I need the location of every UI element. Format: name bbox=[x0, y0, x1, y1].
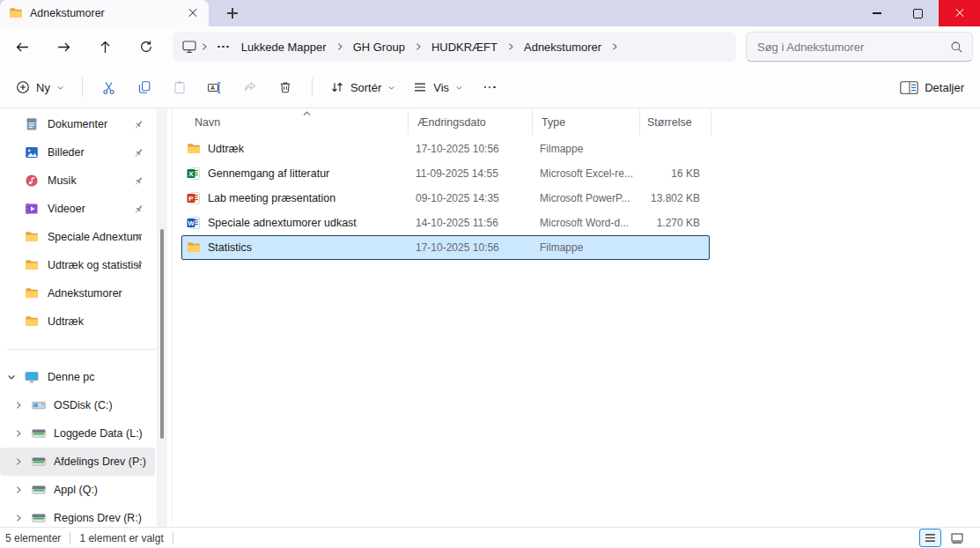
chevron-right-icon bbox=[610, 42, 619, 51]
column-header-type[interactable]: Type bbox=[532, 110, 639, 135]
folder-icon bbox=[9, 6, 23, 20]
cut-button[interactable] bbox=[92, 72, 127, 102]
file-name-cell: PLab meeting præsentation bbox=[182, 191, 407, 205]
tab-close-button[interactable] bbox=[184, 4, 202, 22]
sidebar-item[interactable]: Dokumenter bbox=[0, 110, 155, 138]
expand-chevron[interactable] bbox=[13, 457, 24, 466]
pin-icon bbox=[133, 260, 144, 271]
file-row[interactable]: Udtræk17-10-2025 10:56Filmappe bbox=[181, 137, 710, 161]
refresh-button[interactable] bbox=[131, 32, 161, 62]
column-label: Ændringsdato bbox=[417, 116, 486, 129]
new-tab-button[interactable] bbox=[224, 4, 241, 22]
sidebar-item[interactable]: Udtræk og statistisk bbox=[0, 251, 155, 279]
sort-button[interactable]: Sortér bbox=[321, 72, 404, 102]
rename-button[interactable]: A bbox=[197, 72, 232, 102]
file-row[interactable]: Statistics17-10-2025 10:56Filmappe bbox=[181, 235, 710, 260]
chevron-down-icon[interactable] bbox=[6, 373, 17, 381]
forward-button[interactable] bbox=[48, 32, 78, 62]
sidebar-item[interactable]: Billeder bbox=[0, 138, 155, 167]
sidebar-item-drive[interactable]: OSDisk (C:) bbox=[0, 391, 155, 419]
sidebar-scrollbar[interactable] bbox=[157, 108, 167, 527]
column-label: Størrelse bbox=[647, 116, 692, 129]
column-header-size[interactable]: Størrelse bbox=[639, 110, 711, 135]
network-drive-icon bbox=[32, 483, 46, 497]
pin-icon bbox=[133, 147, 144, 159]
share-button bbox=[232, 72, 268, 102]
column-header-modified[interactable]: Ændringsdato bbox=[408, 110, 532, 135]
file-name: Udtræk bbox=[208, 143, 244, 155]
minimize-button[interactable] bbox=[856, 0, 897, 26]
scrollbar-thumb[interactable] bbox=[160, 229, 164, 439]
expand-chevron[interactable] bbox=[13, 429, 24, 438]
file-name-cell: WSpeciale adnextumorer udkast bbox=[182, 216, 407, 230]
details-pane-icon bbox=[900, 81, 918, 94]
breadcrumb-item[interactable]: HUDKRÆFT bbox=[425, 37, 504, 57]
sidebar-item[interactable]: Speciale Adnextumo bbox=[0, 223, 155, 251]
sidebar-item-label: Udtræk bbox=[48, 315, 84, 328]
tree-chevron-right-icon bbox=[14, 457, 23, 466]
pin-icon bbox=[133, 204, 144, 215]
folder-icon bbox=[187, 241, 201, 255]
sort-arrows-icon bbox=[330, 80, 344, 94]
search-box[interactable] bbox=[746, 32, 973, 62]
this-pc-icon bbox=[25, 370, 39, 384]
drive-label: Afdelings Drev (P:) bbox=[54, 455, 146, 468]
breadcrumb-item[interactable]: GH Group bbox=[347, 37, 411, 57]
sidebar-item-drive[interactable]: Regions Drev (R:) bbox=[0, 504, 155, 527]
file-size: 1.270 KB bbox=[638, 217, 707, 229]
sidebar-item-drive[interactable]: Appl (Q:) bbox=[0, 476, 155, 504]
breadcrumb-item[interactable]: Lukkede Mapper bbox=[235, 37, 333, 57]
network-drive-icon bbox=[32, 426, 46, 441]
sidebar-item[interactable]: Musik bbox=[0, 167, 155, 195]
file-name-cell: Statistics bbox=[182, 241, 407, 255]
toolbar-divider bbox=[312, 78, 313, 97]
back-button[interactable] bbox=[7, 32, 37, 62]
breadcrumb-overflow-button[interactable] bbox=[211, 46, 235, 48]
navigation-bar: Lukkede MapperGH GroupHUDKRÆFTAdnekstumo… bbox=[0, 26, 980, 67]
expand-chevron[interactable] bbox=[13, 514, 24, 522]
drive-label: Regions Drev (R:) bbox=[54, 512, 142, 524]
column-label: Navn bbox=[195, 116, 220, 129]
this-pc-outline-icon[interactable] bbox=[181, 39, 197, 55]
breadcrumb-item[interactable]: Adnekstumorer bbox=[518, 37, 608, 57]
up-button[interactable] bbox=[90, 32, 120, 62]
sidebar-item-drive[interactable]: Loggede Data (L:) bbox=[0, 419, 155, 448]
column-header-name[interactable]: Navn bbox=[181, 110, 408, 135]
expand-chevron[interactable] bbox=[13, 401, 24, 410]
delete-button[interactable] bbox=[268, 72, 303, 102]
chevron-right-icon bbox=[200, 42, 209, 51]
details-view-icon bbox=[925, 533, 936, 543]
maximize-button[interactable] bbox=[897, 0, 939, 26]
chevron-right-icon bbox=[414, 42, 423, 51]
sidebar-item-drive[interactable]: Afdelings Drev (P:) bbox=[0, 448, 155, 476]
sidebar-item-this-pc[interactable]: Denne pc bbox=[0, 363, 155, 391]
sidebar-item[interactable]: Udtræk bbox=[0, 307, 155, 336]
file-row[interactable]: XGennemgang af litteratur11-09-2025 14:5… bbox=[181, 161, 710, 186]
ellipsis-icon bbox=[478, 86, 502, 89]
chevron-down-icon bbox=[455, 84, 463, 92]
sidebar-item[interactable]: Videoer bbox=[0, 195, 155, 223]
file-modified: 09-10-2025 14:35 bbox=[407, 192, 531, 204]
copy-button[interactable] bbox=[127, 72, 162, 102]
view-button[interactable]: Vis bbox=[404, 72, 472, 102]
expand-chevron[interactable] bbox=[13, 485, 24, 494]
selection-count: 1 element er valgt bbox=[79, 532, 163, 544]
file-size: 13.802 KB bbox=[638, 192, 707, 204]
search-input[interactable] bbox=[755, 40, 950, 55]
file-row[interactable]: WSpeciale adnextumorer udkast14-10-2025 … bbox=[181, 211, 710, 235]
icons-view-toggle[interactable] bbox=[946, 529, 968, 547]
toolbar-divider bbox=[82, 78, 83, 97]
more-options-button[interactable] bbox=[472, 72, 507, 102]
chevron-right-icon bbox=[335, 42, 344, 51]
file-name: Lab meeting præsentation bbox=[208, 192, 335, 204]
sidebar-item-label: Denne pc bbox=[48, 371, 95, 383]
breadcrumb[interactable]: Lukkede MapperGH GroupHUDKRÆFTAdnekstumo… bbox=[173, 32, 736, 62]
details-pane-button[interactable]: Detaljer bbox=[891, 72, 973, 102]
close-button[interactable] bbox=[939, 0, 980, 26]
file-row[interactable]: PLab meeting præsentation09-10-2025 14:3… bbox=[181, 186, 710, 211]
sidebar-item[interactable]: Adnekstumorer bbox=[0, 279, 155, 307]
new-button[interactable]: Ny bbox=[7, 72, 73, 102]
details-view-toggle[interactable] bbox=[919, 529, 941, 547]
explorer-tab[interactable]: Adnekstumorer bbox=[0, 0, 209, 26]
items-count: 5 elementer bbox=[5, 532, 61, 544]
